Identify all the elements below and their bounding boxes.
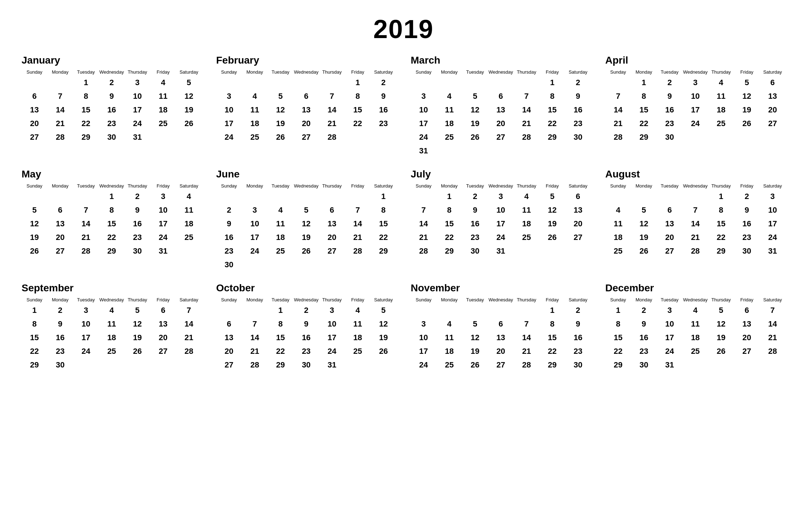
day-cell[interactable]: 11 (242, 103, 268, 117)
day-cell[interactable]: 28 (73, 244, 99, 258)
day-cell[interactable]: 21 (514, 344, 540, 358)
day-cell[interactable]: 8 (540, 89, 565, 103)
day-cell[interactable]: 19 (124, 331, 150, 344)
day-cell[interactable]: 9 (371, 89, 396, 103)
day-cell[interactable]: 29 (99, 244, 125, 258)
day-cell[interactable]: 7 (242, 317, 268, 331)
day-cell[interactable]: 22 (631, 117, 657, 130)
day-cell[interactable]: 24 (124, 117, 150, 130)
day-cell[interactable]: 12 (462, 103, 488, 117)
day-cell[interactable]: 9 (99, 89, 125, 103)
day-cell[interactable]: 23 (565, 117, 591, 130)
day-cell[interactable]: 13 (734, 317, 760, 331)
day-cell[interactable]: 5 (124, 304, 150, 317)
day-cell[interactable]: 22 (540, 344, 565, 358)
day-cell[interactable]: 23 (99, 117, 125, 130)
day-cell[interactable]: 29 (540, 130, 565, 144)
day-cell[interactable]: 24 (150, 231, 176, 244)
day-cell[interactable]: 23 (216, 244, 242, 258)
day-cell[interactable]: 16 (565, 103, 591, 117)
day-cell[interactable]: 26 (176, 117, 202, 130)
day-cell[interactable]: 13 (657, 217, 683, 231)
day-cell[interactable]: 14 (345, 217, 371, 231)
day-cell[interactable]: 13 (47, 217, 73, 231)
day-cell[interactable]: 6 (47, 203, 73, 217)
day-cell[interactable]: 18 (683, 331, 709, 344)
day-cell[interactable]: 21 (411, 231, 437, 244)
day-cell[interactable]: 6 (319, 203, 345, 217)
day-cell[interactable]: 1 (436, 190, 462, 203)
day-cell[interactable]: 25 (605, 244, 631, 258)
day-cell[interactable]: 13 (760, 89, 785, 103)
day-cell[interactable]: 28 (319, 130, 345, 144)
day-cell[interactable]: 5 (293, 203, 319, 217)
day-cell[interactable]: 16 (565, 331, 591, 344)
day-cell[interactable]: 19 (462, 344, 488, 358)
day-cell[interactable]: 14 (47, 103, 73, 117)
day-cell[interactable]: 1 (345, 76, 371, 89)
day-cell[interactable]: 4 (150, 76, 176, 89)
day-cell[interactable]: 29 (371, 244, 396, 258)
day-cell[interactable]: 1 (22, 304, 47, 317)
day-cell[interactable]: 12 (540, 203, 565, 217)
day-cell[interactable]: 24 (488, 231, 514, 244)
day-cell[interactable]: 10 (411, 331, 437, 344)
day-cell[interactable]: 27 (488, 358, 514, 372)
day-cell[interactable]: 12 (631, 217, 657, 231)
day-cell[interactable]: 3 (216, 89, 242, 103)
day-cell[interactable]: 10 (488, 203, 514, 217)
day-cell[interactable]: 26 (734, 117, 760, 130)
day-cell[interactable]: 14 (411, 217, 437, 231)
day-cell[interactable]: 10 (683, 89, 709, 103)
day-cell[interactable]: 14 (319, 103, 345, 117)
day-cell[interactable]: 30 (99, 130, 125, 144)
day-cell[interactable]: 10 (216, 103, 242, 117)
day-cell[interactable]: 24 (657, 344, 683, 358)
day-cell[interactable]: 17 (411, 117, 437, 130)
day-cell[interactable]: 19 (540, 217, 565, 231)
day-cell[interactable]: 23 (293, 344, 319, 358)
day-cell[interactable]: 22 (436, 231, 462, 244)
day-cell[interactable]: 6 (488, 317, 514, 331)
day-cell[interactable]: 2 (99, 76, 125, 89)
day-cell[interactable]: 9 (124, 203, 150, 217)
day-cell[interactable]: 21 (176, 331, 202, 344)
day-cell[interactable]: 11 (99, 317, 125, 331)
day-cell[interactable]: 18 (436, 117, 462, 130)
day-cell[interactable]: 28 (242, 358, 268, 372)
day-cell[interactable]: 4 (514, 190, 540, 203)
day-cell[interactable]: 8 (540, 317, 565, 331)
day-cell[interactable]: 21 (73, 231, 99, 244)
day-cell[interactable]: 11 (683, 317, 709, 331)
day-cell[interactable]: 5 (267, 89, 293, 103)
day-cell[interactable]: 30 (462, 244, 488, 258)
day-cell[interactable]: 15 (436, 217, 462, 231)
day-cell[interactable]: 17 (216, 117, 242, 130)
day-cell[interactable]: 13 (22, 103, 47, 117)
day-cell[interactable]: 3 (488, 190, 514, 203)
day-cell[interactable]: 28 (47, 130, 73, 144)
day-cell[interactable]: 24 (411, 130, 437, 144)
day-cell[interactable]: 8 (73, 89, 99, 103)
day-cell[interactable]: 5 (462, 89, 488, 103)
day-cell[interactable]: 30 (565, 130, 591, 144)
day-cell[interactable]: 4 (605, 203, 631, 217)
day-cell[interactable]: 5 (462, 317, 488, 331)
day-cell[interactable]: 8 (22, 317, 47, 331)
day-cell[interactable]: 3 (319, 304, 345, 317)
day-cell[interactable]: 8 (371, 203, 396, 217)
day-cell[interactable]: 12 (267, 103, 293, 117)
day-cell[interactable]: 22 (73, 117, 99, 130)
day-cell[interactable]: 27 (760, 117, 785, 130)
day-cell[interactable]: 26 (462, 358, 488, 372)
day-cell[interactable]: 24 (411, 358, 437, 372)
day-cell[interactable]: 16 (462, 217, 488, 231)
day-cell[interactable]: 9 (47, 317, 73, 331)
day-cell[interactable]: 4 (242, 89, 268, 103)
day-cell[interactable]: 20 (760, 103, 785, 117)
day-cell[interactable]: 3 (411, 317, 437, 331)
day-cell[interactable]: 11 (150, 89, 176, 103)
day-cell[interactable]: 22 (708, 231, 734, 244)
day-cell[interactable]: 6 (150, 304, 176, 317)
day-cell[interactable]: 17 (319, 331, 345, 344)
